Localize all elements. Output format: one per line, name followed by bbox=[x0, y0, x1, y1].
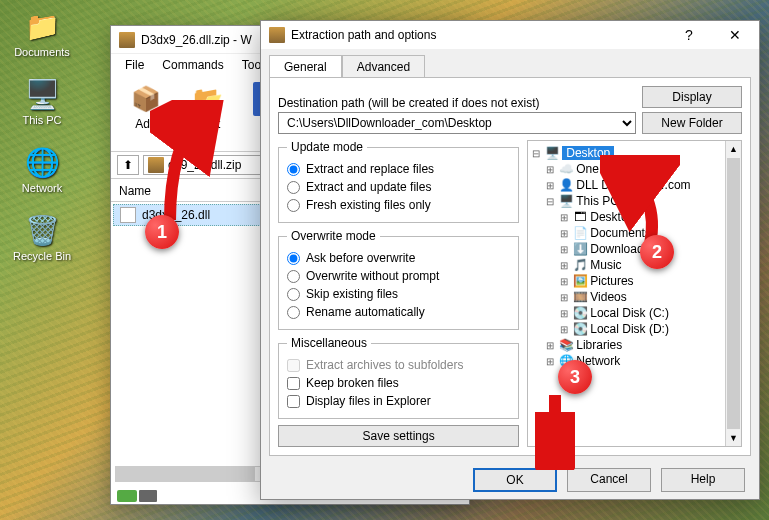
destination-input[interactable]: C:\Users\DllDownloader_com\Desktop bbox=[278, 112, 636, 134]
disk-icon bbox=[139, 490, 157, 502]
help-button[interactable]: ? bbox=[669, 21, 709, 49]
dialog-title-text: Extraction path and options bbox=[291, 28, 436, 42]
tab-body: Destination path (will be created if doe… bbox=[269, 77, 751, 456]
opt-ask[interactable]: Ask before overwrite bbox=[287, 249, 510, 267]
display-button[interactable]: Display bbox=[642, 86, 742, 108]
tree-videos[interactable]: ⊞🎞️Videos bbox=[530, 289, 723, 305]
tree-thispc-desktop[interactable]: ⊞🗔Desktop bbox=[530, 209, 723, 225]
extract-icon: 📂 bbox=[191, 82, 225, 116]
up-button[interactable]: ⬆ bbox=[117, 155, 139, 175]
libraries-icon: 📚 bbox=[558, 338, 574, 352]
update-legend: Update mode bbox=[287, 140, 367, 154]
videos-icon: 🎞️ bbox=[572, 290, 588, 304]
tree-disk-c[interactable]: ⊞💽Local Disk (C:) bbox=[530, 305, 723, 321]
tree-thispc[interactable]: ⊟🖥️This PC bbox=[530, 193, 723, 209]
tree-libraries[interactable]: ⊞📚Libraries bbox=[530, 337, 723, 353]
opt-skip[interactable]: Skip existing files bbox=[287, 285, 510, 303]
downloads-icon: ⬇️ bbox=[572, 242, 588, 256]
tree-downloads[interactable]: ⊞⬇️Downloads bbox=[530, 241, 723, 257]
opt-display-explorer[interactable]: Display files in Explorer bbox=[287, 392, 510, 410]
pc-icon: 🖥️ bbox=[558, 194, 574, 208]
desktop-icon-thispc[interactable]: 🖥️This PC bbox=[10, 76, 74, 126]
cancel-button[interactable]: Cancel bbox=[567, 468, 651, 492]
recycle-icon: 🗑️ bbox=[24, 212, 60, 248]
winrar-title-text: D3dx9_26.dll.zip - W bbox=[141, 33, 252, 47]
opt-subfolders[interactable]: Extract archives to subfolders bbox=[287, 356, 510, 374]
tree-desktop[interactable]: ⊟🖥️Desktop bbox=[530, 145, 723, 161]
winrar-icon bbox=[269, 27, 285, 43]
scrollbar-thumb[interactable] bbox=[116, 467, 255, 481]
menu-file[interactable]: File bbox=[117, 56, 152, 74]
network-icon: 🌐 bbox=[24, 144, 60, 180]
ok-button[interactable]: OK bbox=[473, 468, 557, 492]
new-folder-button[interactable]: New Folder bbox=[642, 112, 742, 134]
overwrite-mode-group: Overwrite mode Ask before overwrite Over… bbox=[278, 229, 519, 330]
user-icon: 👤 bbox=[558, 178, 574, 192]
music-icon: 🎵 bbox=[572, 258, 588, 272]
desktop-icon: 🗔 bbox=[572, 210, 588, 224]
folder-icon: 📁 bbox=[24, 8, 60, 44]
tabs: General Advanced bbox=[261, 49, 759, 77]
misc-group: Miscellaneous Extract archives to subfol… bbox=[278, 336, 519, 419]
opt-keep-broken[interactable]: Keep broken files bbox=[287, 374, 510, 392]
tree-music[interactable]: ⊞🎵Music bbox=[530, 257, 723, 273]
tree-disk-d[interactable]: ⊞💽Local Disk (D:) bbox=[530, 321, 723, 337]
tool-add[interactable]: 📦Add bbox=[117, 80, 175, 147]
close-button[interactable]: ✕ bbox=[715, 21, 755, 49]
destination-label: Destination path (will be created if doe… bbox=[278, 96, 636, 110]
help-button[interactable]: Help bbox=[661, 468, 745, 492]
folder-tree-panel: ⊟🖥️Desktop ⊞☁️OneDri ⊞👤DLL Downloader.co… bbox=[527, 140, 742, 447]
annotation-marker-1: 1 bbox=[145, 215, 179, 249]
desktop-icon-documents[interactable]: 📁Documents bbox=[10, 8, 74, 58]
file-icon bbox=[120, 207, 136, 223]
vertical-scrollbar[interactable]: ▲▼ bbox=[725, 141, 741, 446]
cloud-icon: ☁️ bbox=[558, 162, 574, 176]
documents-icon: 📄 bbox=[572, 226, 588, 240]
tree-dll[interactable]: ⊞👤DLL Downloader.com bbox=[530, 177, 723, 193]
opt-extract-update[interactable]: Extract and update files bbox=[287, 178, 510, 196]
annotation-marker-2: 2 bbox=[640, 235, 674, 269]
dialog-titlebar[interactable]: Extraction path and options ? ✕ bbox=[261, 21, 759, 49]
misc-legend: Miscellaneous bbox=[287, 336, 371, 350]
lock-icon bbox=[117, 490, 137, 502]
archive-icon bbox=[148, 157, 164, 173]
winrar-icon bbox=[119, 32, 135, 48]
tool-extract-to[interactable]: 📂Extract To bbox=[179, 80, 237, 147]
label: Documents bbox=[14, 46, 70, 58]
status-bar bbox=[117, 490, 157, 502]
tab-general[interactable]: General bbox=[269, 55, 342, 78]
label: This PC bbox=[22, 114, 61, 126]
pictures-icon: 🖼️ bbox=[572, 274, 588, 288]
add-icon: 📦 bbox=[129, 82, 163, 116]
desktop-icon-recycle[interactable]: 🗑️Recycle Bin bbox=[10, 212, 74, 262]
scroll-down-icon[interactable]: ▼ bbox=[726, 430, 741, 446]
desktop-icon-network[interactable]: 🌐Network bbox=[10, 144, 74, 194]
disk-icon: 💽 bbox=[572, 306, 588, 320]
folder-tree[interactable]: ⊟🖥️Desktop ⊞☁️OneDri ⊞👤DLL Downloader.co… bbox=[528, 141, 725, 446]
label: Network bbox=[22, 182, 62, 194]
opt-fresh-only[interactable]: Fresh existing files only bbox=[287, 196, 510, 214]
desktop-icon: 🖥️ bbox=[544, 146, 560, 160]
tree-onedrive[interactable]: ⊞☁️OneDri bbox=[530, 161, 723, 177]
opt-overwrite[interactable]: Overwrite without prompt bbox=[287, 267, 510, 285]
dialog-footer: OK Cancel Help bbox=[261, 462, 759, 502]
tree-pictures[interactable]: ⊞🖼️Pictures bbox=[530, 273, 723, 289]
scroll-up-icon[interactable]: ▲ bbox=[726, 141, 741, 157]
scrollbar-thumb[interactable] bbox=[727, 158, 740, 429]
desktop-icons: 📁Documents 🖥️This PC 🌐Network 🗑️Recycle … bbox=[10, 8, 74, 262]
tree-network[interactable]: ⊞🌐Network bbox=[530, 353, 723, 369]
disk-icon: 💽 bbox=[572, 322, 588, 336]
tab-advanced[interactable]: Advanced bbox=[342, 55, 425, 78]
opt-extract-replace[interactable]: Extract and replace files bbox=[287, 160, 510, 178]
pc-icon: 🖥️ bbox=[24, 76, 60, 112]
extraction-dialog: Extraction path and options ? ✕ General … bbox=[260, 20, 760, 500]
save-settings-button[interactable]: Save settings bbox=[278, 425, 519, 447]
label: Recycle Bin bbox=[13, 250, 71, 262]
overwrite-legend: Overwrite mode bbox=[287, 229, 380, 243]
opt-rename[interactable]: Rename automatically bbox=[287, 303, 510, 321]
annotation-marker-3: 3 bbox=[558, 360, 592, 394]
menu-commands[interactable]: Commands bbox=[154, 56, 231, 74]
update-mode-group: Update mode Extract and replace files Ex… bbox=[278, 140, 519, 223]
tree-documents[interactable]: ⊞📄Documents bbox=[530, 225, 723, 241]
